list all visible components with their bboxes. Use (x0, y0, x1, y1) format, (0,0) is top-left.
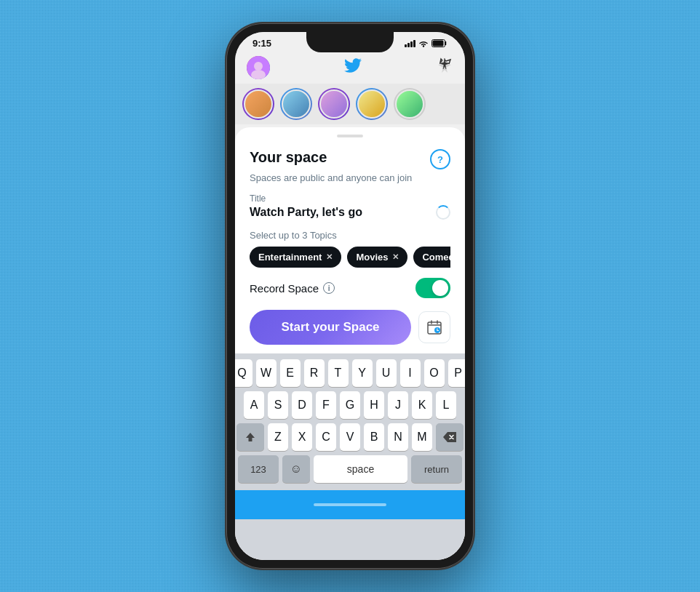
key-x[interactable]: X (292, 423, 312, 451)
story-item[interactable] (280, 88, 312, 120)
loading-spinner (436, 205, 450, 220)
topic-chip-movies[interactable]: Movies ✕ (347, 247, 407, 268)
key-b[interactable]: B (364, 423, 384, 451)
record-label: Record Space (250, 282, 319, 295)
battery-icon (431, 39, 448, 47)
keyboard-row-1: Q W E R T Y U I O P (238, 359, 462, 387)
record-label-group: Record Space i (250, 282, 335, 295)
keyboard-bottom-row: 123 ☺ space return (238, 455, 462, 486)
title-row: Watch Party, let's go (250, 205, 450, 220)
keyboard-row-2: A S D F G H J K L (238, 391, 462, 419)
help-button[interactable]: ? (430, 149, 450, 169)
phone-screen: 9:15 (235, 32, 465, 560)
topic-label: Entertainment (258, 252, 322, 263)
record-row: Record Space i (250, 278, 450, 298)
key-e[interactable]: E (280, 359, 301, 387)
topic-label: Movies (356, 252, 388, 263)
phone-notch (306, 32, 394, 52)
return-key[interactable]: return (411, 455, 462, 483)
story-avatar (319, 89, 349, 119)
key-q[interactable]: Q (235, 359, 252, 387)
key-g[interactable]: G (340, 391, 360, 419)
home-indicator-bar (235, 490, 465, 519)
start-space-button[interactable]: Start your Space (250, 310, 411, 345)
numbers-key[interactable]: 123 (238, 455, 279, 483)
user-avatar[interactable] (247, 56, 270, 79)
key-s[interactable]: S (268, 391, 288, 419)
topic-chip-entertainment[interactable]: Entertainment ✕ (250, 247, 341, 268)
space-key[interactable]: space (314, 455, 407, 483)
key-y[interactable]: Y (352, 359, 373, 387)
sparkle-icon[interactable] (436, 57, 453, 79)
key-a[interactable]: A (244, 391, 264, 419)
title-section: Title Watch Party, let's go (250, 193, 450, 220)
key-v[interactable]: V (340, 423, 360, 451)
story-item[interactable] (356, 88, 388, 120)
schedule-button[interactable] (418, 311, 450, 343)
start-row: Start your Space (250, 310, 450, 345)
twitter-logo (344, 58, 362, 77)
title-label: Title (250, 193, 450, 204)
record-toggle[interactable] (415, 278, 450, 298)
remove-topic-icon[interactable]: ✕ (326, 252, 333, 262)
key-p[interactable]: P (448, 359, 466, 387)
story-avatar (244, 89, 273, 119)
key-d[interactable]: D (292, 391, 312, 419)
delete-key[interactable] (436, 423, 464, 451)
key-l[interactable]: L (436, 391, 456, 419)
sheet-subtitle: Spaces are public and anyone can join (250, 172, 450, 183)
story-avatar (282, 89, 311, 119)
key-z[interactable]: Z (268, 423, 288, 451)
emoji-key[interactable]: ☺ (282, 455, 310, 483)
keyboard: Q W E R T Y U I O P A S D F G (235, 353, 465, 560)
svg-rect-2 (433, 41, 444, 47)
story-avatar (357, 89, 386, 119)
remove-topic-icon[interactable]: ✕ (392, 252, 399, 262)
phone-device: 9:15 (226, 23, 474, 569)
sheet-header: Your space ? (250, 149, 450, 169)
key-t[interactable]: T (328, 359, 349, 387)
key-w[interactable]: W (256, 359, 277, 387)
twitter-top-bar (235, 52, 465, 84)
status-time: 9:15 (252, 38, 271, 49)
key-n[interactable]: N (388, 423, 408, 451)
key-h[interactable]: H (364, 391, 384, 419)
wifi-icon (418, 40, 429, 47)
topic-chip-comedy[interactable]: Comedy ✕ (413, 247, 450, 268)
key-c[interactable]: C (316, 423, 336, 451)
signal-icon (405, 40, 415, 47)
story-avatar (395, 89, 424, 119)
svg-point-4 (254, 62, 263, 71)
sheet-content: Your space ? Spaces are public and anyon… (235, 142, 465, 353)
key-j[interactable]: J (388, 391, 408, 419)
story-item[interactable] (242, 88, 274, 120)
shift-key[interactable] (236, 423, 264, 451)
topics-section: Select up to 3 Topics Entertainment ✕ Mo… (250, 230, 450, 268)
story-item[interactable] (318, 88, 350, 120)
drag-handle[interactable] (337, 135, 363, 137)
sheet-title: Your space (250, 149, 327, 166)
key-m[interactable]: M (412, 423, 432, 451)
key-o[interactable]: O (424, 359, 445, 387)
record-info-icon[interactable]: i (323, 282, 335, 294)
key-k[interactable]: K (412, 391, 432, 419)
key-i[interactable]: I (400, 359, 421, 387)
status-icons (405, 39, 448, 47)
space-title-value[interactable]: Watch Party, let's go (250, 206, 362, 219)
topics-label: Select up to 3 Topics (250, 230, 450, 241)
svg-point-0 (423, 45, 424, 47)
story-item[interactable] (394, 88, 426, 120)
keyboard-row-3: Z X C V B N M (238, 423, 462, 451)
key-u[interactable]: U (376, 359, 397, 387)
bottom-sheet: Your space ? Spaces are public and anyon… (235, 127, 465, 560)
key-r[interactable]: R (304, 359, 325, 387)
key-f[interactable]: F (316, 391, 336, 419)
topics-row: Entertainment ✕ Movies ✕ Comedy ✕ Be (250, 247, 450, 268)
topic-label: Comedy (422, 252, 450, 263)
stories-row (235, 84, 465, 124)
